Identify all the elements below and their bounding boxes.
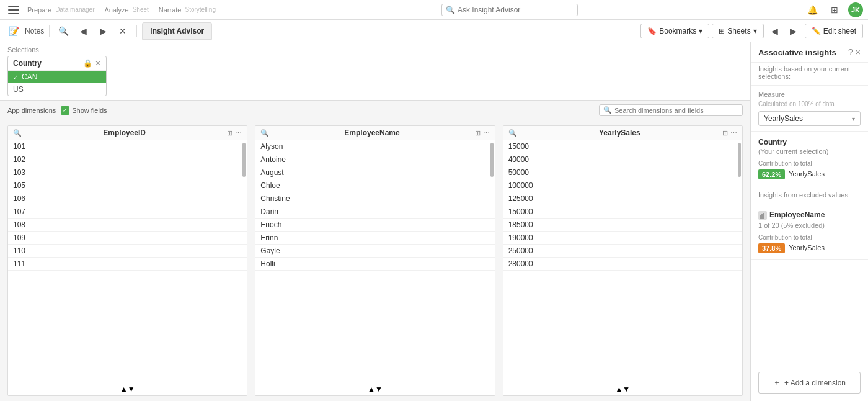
svg-rect-0 xyxy=(760,215,761,219)
measure-dropdown[interactable]: YearlySales ▾ xyxy=(758,111,861,126)
employee-name-table-body[interactable]: Alyson Antoine August Chloe Christine Da… xyxy=(255,140,494,383)
table-row[interactable]: Gayle xyxy=(255,245,494,258)
table-row[interactable]: 190000 xyxy=(503,232,742,245)
main-area: Selections Country 🔒 ✕ ✓ xyxy=(0,42,868,401)
table-row[interactable]: 40000 xyxy=(503,153,742,166)
scroll-down-btn[interactable]: ▼ xyxy=(128,385,135,394)
selection-back-button[interactable]: ◀ xyxy=(74,22,92,40)
selection-item-can[interactable]: ✓ CAN xyxy=(8,71,106,83)
dim-search-icon-yearlysales[interactable]: 🔍 xyxy=(508,129,517,137)
user-avatar[interactable]: JK xyxy=(848,2,863,17)
table-row[interactable]: Enoch xyxy=(255,219,494,232)
show-fields-checkbox-label[interactable]: ✓ Show fields xyxy=(61,106,107,115)
table-row[interactable]: 106 xyxy=(8,192,247,205)
country-selection-box: Country 🔒 ✕ ✓ CAN xyxy=(7,56,107,96)
notes-label[interactable]: Notes xyxy=(25,27,44,35)
dim-search-input[interactable] xyxy=(614,107,738,114)
top-bar-right: 🔔 ⊞ JK xyxy=(804,1,863,19)
scroll-down-btn-2[interactable]: ▼ xyxy=(375,385,383,394)
employee-name-copy-icon[interactable]: ⊞ xyxy=(475,129,480,137)
svg-rect-2 xyxy=(763,213,764,219)
contribution-field-country: YearlySales xyxy=(789,170,861,178)
employee-id-copy-icon[interactable]: ⊞ xyxy=(227,129,232,137)
bookmarks-button[interactable]: 🔖 Bookmarks ▾ xyxy=(640,24,709,38)
table-row[interactable]: 15000 xyxy=(503,140,742,153)
selection-forward-button[interactable]: ▶ xyxy=(94,22,112,40)
table-row[interactable]: 103 xyxy=(8,166,247,179)
dim-search-box[interactable]: 🔍 xyxy=(599,104,743,116)
employee-id-more-icon[interactable]: ⋯ xyxy=(235,129,242,137)
table-row[interactable]: 105 xyxy=(8,179,247,192)
bookmarks-icon: 🔖 xyxy=(647,27,657,35)
table-row[interactable]: Darin xyxy=(255,205,494,219)
employee-name-icons: ⊞ ⋯ xyxy=(475,129,490,137)
scroll-up-btn[interactable]: ▲ xyxy=(120,385,128,394)
table-row[interactable]: 150000 xyxy=(503,205,742,219)
yearly-sales-table-header: 🔍 YearlySales ⊞ ⋯ xyxy=(503,126,742,140)
yearly-sales-table-wrapper: 15000 40000 50000 100000 125000 150000 1… xyxy=(503,140,742,383)
table-row[interactable]: Antoine xyxy=(255,153,494,166)
app-dimensions-bar: App dimensions ✓ Show fields 🔍 xyxy=(0,101,750,120)
table-row[interactable]: 111 xyxy=(8,258,247,271)
help-icon[interactable]: ? xyxy=(848,47,853,57)
table-row[interactable]: Holli xyxy=(255,258,494,271)
contribution-bar-area-excluded: 37.8% YearlySales xyxy=(758,243,861,253)
table-row[interactable]: 107 xyxy=(8,205,247,219)
scroll-down-btn-3[interactable]: ▼ xyxy=(622,385,630,394)
table-row[interactable]: 50000 xyxy=(503,166,742,179)
dim-search-icon: 🔍 xyxy=(603,106,612,114)
yearly-sales-copy-icon[interactable]: ⊞ xyxy=(722,129,728,137)
dim-search-icon-employeeid[interactable]: 🔍 xyxy=(13,129,22,137)
yearly-sales-icons: ⊞ ⋯ xyxy=(722,129,737,137)
hamburger-icon[interactable] xyxy=(8,6,19,14)
table-row[interactable]: 109 xyxy=(8,232,247,245)
show-fields-checkbox[interactable]: ✓ xyxy=(61,106,69,115)
selection-item-us[interactable]: US xyxy=(8,83,106,96)
table-row[interactable]: 185000 xyxy=(503,219,742,232)
clear-selection-icon[interactable]: ✕ xyxy=(95,59,101,68)
notifications-button[interactable]: 🔔 xyxy=(804,1,821,19)
employee-id-icons: ⊞ ⋯ xyxy=(227,129,242,137)
right-panel-subtitle: Insights based on your current selection… xyxy=(751,63,868,86)
insight-search-input[interactable] xyxy=(458,6,569,14)
add-dimension-button[interactable]: ＋ + Add a dimension xyxy=(758,372,861,394)
employee-name-more-icon[interactable]: ⋯ xyxy=(483,129,490,137)
close-panel-button[interactable]: × xyxy=(856,47,861,57)
tab-insight-advisor[interactable]: Insight Advisor xyxy=(142,22,212,40)
table-row[interactable]: 100000 xyxy=(503,179,742,192)
scroll-up-btn-2[interactable]: ▲ xyxy=(368,385,375,394)
employee-id-table-body[interactable]: 101 102 103 105 106 107 108 109 110 111 xyxy=(8,140,247,383)
bookmarks-arrow: ▾ xyxy=(699,27,702,35)
table-row[interactable]: 280000 xyxy=(503,258,742,271)
table-row[interactable]: 125000 xyxy=(503,192,742,205)
next-sheet-button[interactable]: ▶ xyxy=(785,22,802,40)
mini-chart-svg xyxy=(760,212,766,219)
table-row[interactable]: Erinn xyxy=(255,232,494,245)
employee-name-table-wrapper: Alyson Antoine August Chloe Christine Da… xyxy=(255,140,494,383)
employee-id-title: EmployeeID xyxy=(103,128,146,137)
table-row[interactable]: 110 xyxy=(8,245,247,258)
dimensions-grid: 🔍 EmployeeID ⊞ ⋯ 101 102 103 105 106 107 xyxy=(0,120,750,401)
yearly-sales-more-icon[interactable]: ⋯ xyxy=(730,129,737,137)
smart-search-button[interactable]: 🔍 xyxy=(55,22,72,40)
table-row[interactable]: Alyson xyxy=(255,140,494,153)
insight-search-bar[interactable]: 🔍 xyxy=(441,4,578,16)
sheets-button[interactable]: ⊞ Sheets ▾ xyxy=(712,24,763,38)
apps-button[interactable]: ⊞ xyxy=(826,1,843,19)
table-row[interactable]: August xyxy=(255,166,494,179)
table-row[interactable]: 101 xyxy=(8,140,247,153)
yearly-sales-table-body[interactable]: 15000 40000 50000 100000 125000 150000 1… xyxy=(503,140,742,383)
table-row[interactable]: 250000 xyxy=(503,245,742,258)
table-row[interactable]: 102 xyxy=(8,153,247,166)
selections-row: Country 🔒 ✕ ✓ CAN xyxy=(7,56,107,96)
lock-icon[interactable]: 🔒 xyxy=(83,59,92,68)
prev-sheet-button[interactable]: ◀ xyxy=(766,22,784,40)
edit-sheet-button[interactable]: ✏️ Edit sheet xyxy=(805,24,863,38)
table-row[interactable]: 108 xyxy=(8,219,247,232)
clear-all-button[interactable]: ✕ xyxy=(114,22,131,40)
table-row[interactable]: Christine xyxy=(255,192,494,205)
scroll-up-btn-3[interactable]: ▲ xyxy=(615,385,622,394)
notes-button[interactable]: 📝 xyxy=(5,22,22,40)
dim-search-icon-employeename[interactable]: 🔍 xyxy=(260,129,269,137)
table-row[interactable]: Chloe xyxy=(255,179,494,192)
